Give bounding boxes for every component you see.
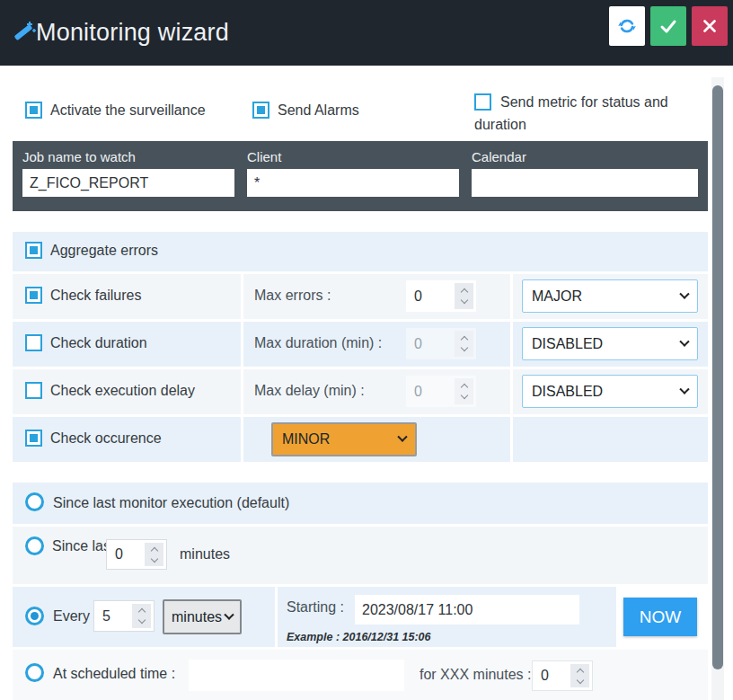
since-last-unit-label: minutes (180, 546, 230, 563)
send-alarms-checkbox[interactable] (252, 102, 269, 119)
spinner-buttons (132, 604, 151, 628)
chevron-down-icon (679, 384, 689, 394)
check-delay-label: Check execution delay (50, 383, 195, 399)
spin-down-button[interactable] (576, 676, 583, 683)
column-separator (275, 587, 278, 647)
starting-example-text: Example : 2016/12/31 15:06 (287, 631, 431, 643)
client-label: Client (247, 149, 459, 164)
client-input[interactable] (247, 169, 459, 197)
column-separator (510, 274, 513, 319)
chevron-down-icon (679, 336, 689, 346)
max-errors-label: Max errors : (254, 288, 331, 304)
close-button[interactable] (692, 6, 728, 46)
job-name-input[interactable] (22, 169, 234, 197)
column-separator (241, 274, 243, 319)
since-last-exec-label: Since last monitor execution (default) (53, 495, 289, 511)
confirm-button[interactable] (650, 6, 686, 46)
spin-down-button (460, 392, 467, 399)
max-duration-spinner (406, 328, 476, 359)
spin-up-button[interactable] (576, 668, 583, 675)
aggregate-errors-checkbox[interactable] (25, 242, 42, 259)
send-metric-label: Send metric for status and duration (474, 94, 668, 132)
spin-down-button[interactable] (150, 554, 157, 562)
send-metric-checkbox[interactable] (474, 93, 491, 111)
refresh-button[interactable] (609, 6, 645, 46)
since-last-option: Since last (25, 535, 115, 558)
max-duration-label: Max duration (min) : (254, 335, 382, 351)
every-input[interactable] (94, 608, 129, 625)
spin-up-button[interactable] (460, 288, 467, 296)
now-button[interactable]: NOW (623, 598, 697, 636)
every-spinner (93, 600, 155, 632)
max-errors-input[interactable] (406, 288, 452, 305)
job-name-label: Job name to watch (22, 149, 234, 164)
check-icon (658, 15, 679, 37)
job-fields-panel: Job name to watch Client Calendar (13, 141, 708, 211)
check-failures-checkbox[interactable] (25, 287, 42, 304)
check-occurrence-checkbox[interactable] (25, 430, 42, 447)
every-row: Every minutes Starting : Example : 2016/… (13, 587, 708, 647)
max-errors-spinner (406, 280, 476, 312)
calendar-input[interactable] (472, 169, 698, 197)
spin-up-button[interactable] (137, 608, 145, 616)
occurrence-severity-select[interactable]: MINOR (271, 422, 417, 456)
every-unit-select[interactable]: minutes (163, 599, 242, 634)
vertical-scrollbar-track[interactable] (711, 77, 724, 700)
delay-severity-select[interactable]: DISABLED (522, 375, 698, 408)
every-label: Every (53, 608, 90, 625)
max-delay-input (406, 384, 452, 400)
check-duration-checkbox[interactable] (25, 334, 42, 351)
starting-input[interactable] (355, 595, 579, 625)
close-icon (700, 16, 720, 36)
client-field-group: Client (247, 149, 459, 197)
spinner-buttons (455, 378, 473, 404)
occurrence-severity-value: MINOR (282, 431, 330, 447)
column-separator (510, 322, 513, 367)
refresh-icon (615, 14, 639, 38)
chevron-down-icon (397, 432, 407, 442)
every-radio[interactable] (25, 607, 44, 625)
for-minutes-spinner (532, 660, 593, 691)
max-duration-input (406, 336, 452, 352)
dialog-header: Monitoring wizard (0, 0, 733, 66)
duration-severity-value: DISABLED (532, 336, 603, 352)
spin-up-button (460, 384, 467, 391)
page-title: Monitoring wizard (36, 0, 229, 66)
delay-severity-value: DISABLED (532, 384, 603, 400)
starting-label: Starting : (287, 599, 344, 616)
spin-down-button[interactable] (460, 297, 467, 304)
calendar-label: Calendar (472, 149, 698, 164)
max-delay-label: Max delay (min) : (254, 383, 365, 399)
spinner-buttons (455, 331, 473, 357)
spin-down-button[interactable] (137, 616, 145, 624)
since-last-input[interactable] (107, 546, 142, 563)
spin-up-button[interactable] (150, 546, 157, 554)
check-occurrence-row: Check occurence MINOR (13, 417, 708, 462)
since-last-radio[interactable] (25, 536, 44, 555)
for-minutes-input[interactable] (533, 668, 568, 684)
for-minutes-label: for XXX minutes : (419, 667, 532, 683)
spin-down-button (460, 344, 467, 351)
spinner-buttons (455, 283, 473, 309)
column-separator (510, 417, 513, 462)
check-delay-row: Check execution delay Max delay (min) : … (13, 369, 708, 414)
job-name-field-group: Job name to watch (22, 149, 234, 197)
since-last-exec-row: Since last monitor execution (default) (13, 483, 708, 524)
aggregate-errors-row: Aggregate errors (13, 232, 708, 271)
at-scheduled-time-row: At scheduled time : for XXX minutes : (13, 650, 708, 700)
check-duration-row: Check duration Max duration (min) : DISA… (13, 322, 708, 367)
duration-severity-select[interactable]: DISABLED (522, 327, 698, 360)
at-time-radio[interactable] (25, 663, 44, 682)
at-time-label: At scheduled time : (53, 666, 175, 682)
chevron-down-icon (224, 609, 234, 619)
spin-up-button (460, 336, 467, 343)
column-separator (241, 369, 243, 414)
activate-surveillance-checkbox[interactable] (25, 102, 42, 119)
since-last-exec-radio[interactable] (25, 492, 44, 511)
check-delay-checkbox[interactable] (25, 382, 42, 399)
at-time-input[interactable] (189, 660, 404, 691)
failures-severity-select[interactable]: MAJOR (522, 279, 698, 313)
every-unit-value: minutes (172, 609, 222, 625)
column-separator (241, 417, 243, 462)
vertical-scrollbar-thumb[interactable] (712, 85, 723, 669)
